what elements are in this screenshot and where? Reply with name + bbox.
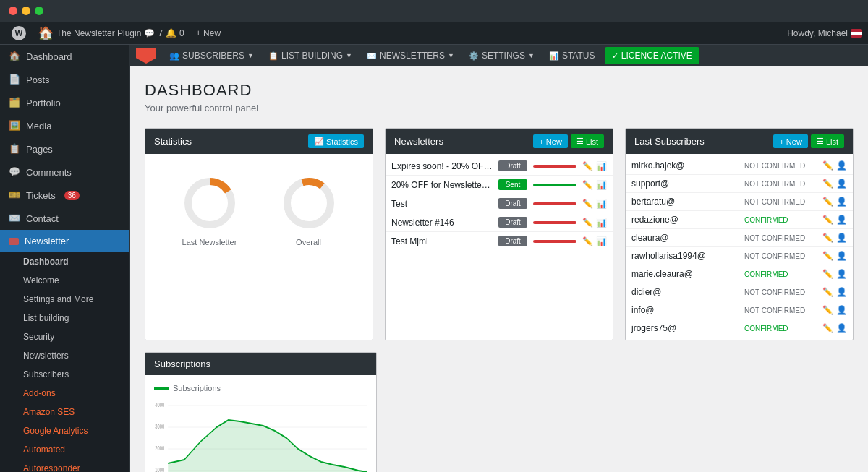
sub-edit-icon-6[interactable]: ✏️ <box>822 269 833 279</box>
sub-row-0: mirko.hajek@ NOT CONFIRMED ✏️ 👤 <box>626 157 853 175</box>
nl-edit-icon-3[interactable]: ✏️ <box>582 218 593 228</box>
sidebar-item-media[interactable]: 🖼️ Media <box>0 114 129 137</box>
sidebar-item-label: Pages <box>26 144 53 155</box>
site-name-button[interactable]: 🏠 The Newsletter Plugin 💬 7 🔔 0 <box>32 22 190 45</box>
sub-edit-icon-1[interactable]: ✏️ <box>822 179 833 189</box>
donut-overall <box>280 174 338 232</box>
licence-active-button[interactable]: ✓ LICENCE ACTIVE <box>605 47 699 64</box>
nl-stats-icon-0[interactable]: 📊 <box>596 161 607 171</box>
close-button[interactable] <box>9 7 17 15</box>
nl-stats-icon-4[interactable]: 📊 <box>596 236 607 246</box>
nl-edit-icon-2[interactable]: ✏️ <box>582 199 593 209</box>
nl-row-1: 20% OFF for Newsletter Cyber Weekend! Se… <box>386 176 613 194</box>
sub-edit-icon-0[interactable]: ✏️ <box>822 160 833 171</box>
sub-email-1: support@ <box>631 179 739 189</box>
sidebar-item-tickets[interactable]: 🎫 Tickets 36 <box>0 184 129 207</box>
sidebar-item-posts[interactable]: 📄 Posts <box>0 68 129 91</box>
statistics-header-buttons: 📈 Statistics <box>308 134 364 148</box>
minimize-button[interactable] <box>22 7 30 15</box>
sub-edit-icon-9[interactable]: ✏️ <box>822 323 833 333</box>
svg-text:2000: 2000 <box>155 445 164 452</box>
submenu-item-add-ons[interactable]: Add-ons <box>0 384 129 403</box>
subscribers-list-btn[interactable]: ☰ List <box>811 134 844 148</box>
howdy-label: Howdy, Michael <box>787 28 848 38</box>
nav-newsletters[interactable]: ✉️ NEWSLETTERS ▼ <box>359 45 461 66</box>
nl-edit-icon-0[interactable]: ✏️ <box>582 161 593 171</box>
nl-stats-icon-2[interactable]: 📊 <box>596 199 607 209</box>
submenu-item-settings-more[interactable]: Settings and More <box>0 290 129 309</box>
nl-row-4: Test Mjml Draft ✏️ 📊 <box>386 232 613 250</box>
statistics-btn[interactable]: 📈 Statistics <box>308 134 364 148</box>
submenu-item-welcome[interactable]: Welcome <box>0 271 129 290</box>
submenu-item-subscribers[interactable]: Subscribers <box>0 365 129 384</box>
sidebar-item-comments[interactable]: 💬 Comments <box>0 160 129 184</box>
nav-settings[interactable]: ⚙️ SETTINGS ▼ <box>461 45 542 66</box>
sub-status-9: CONFIRMED <box>744 325 817 332</box>
settings-label: SETTINGS <box>482 51 525 61</box>
submenu-item-security[interactable]: Security <box>0 327 129 346</box>
sub-edit-icon-8[interactable]: ✏️ <box>822 305 833 315</box>
nl-edit-icon-1[interactable]: ✏️ <box>582 180 593 190</box>
sub-profile-icon-7[interactable]: 👤 <box>836 287 847 297</box>
sub-actions-4: ✏️ 👤 <box>822 233 847 243</box>
new-button[interactable]: + New <box>190 22 226 45</box>
subscribers-label: SUBSCRIBERS <box>182 51 244 61</box>
sub-actions-5: ✏️ 👤 <box>822 251 847 261</box>
submenu-item-dashboard[interactable]: Dashboard <box>0 252 129 271</box>
sidebar-item-newsletter[interactable]: Newsletter <box>0 230 129 252</box>
statistics-card: Statistics 📈 Statistics <box>145 128 373 340</box>
sub-profile-icon-0[interactable]: 👤 <box>836 160 847 171</box>
submenu-item-newsletters[interactable]: Newsletters <box>0 346 129 365</box>
submenu-item-automated[interactable]: Automated <box>0 440 129 459</box>
legend-label: Subscriptions <box>173 384 221 392</box>
sub-edit-icon-4[interactable]: ✏️ <box>822 233 833 243</box>
sub-actions-3: ✏️ 👤 <box>822 215 847 225</box>
sub-edit-icon-2[interactable]: ✏️ <box>822 197 833 207</box>
sidebar-item-pages[interactable]: 📋 Pages <box>0 137 129 160</box>
plus-icon: + <box>539 137 543 146</box>
nav-subscribers[interactable]: 👥 SUBSCRIBERS ▼ <box>162 45 261 66</box>
sub-profile-icon-5[interactable]: 👤 <box>836 251 847 261</box>
submenu-item-amazon-ses[interactable]: Amazon SES <box>0 403 129 421</box>
sub-email-6: marie.cleaura@ <box>631 269 739 279</box>
subscribers-card: Last Subscribers + New ☰ List <box>625 128 854 340</box>
subscribers-new-label: New <box>786 137 802 146</box>
sidebar-item-portfolio[interactable]: 🗂️ Portfolio <box>0 91 129 114</box>
list-building-icon: 📋 <box>268 51 278 61</box>
nl-stats-icon-1[interactable]: 📊 <box>596 180 607 190</box>
sub-profile-icon-3[interactable]: 👤 <box>836 215 847 225</box>
sub-email-9: jrogers75@ <box>631 323 739 333</box>
newsletters-new-btn[interactable]: + New <box>533 134 567 148</box>
nav-list-building[interactable]: 📋 LIST BUILDING ▼ <box>261 45 359 66</box>
submenu-item-autoresponder[interactable]: Autoresponder <box>0 459 129 472</box>
wp-logo-button[interactable]: W <box>6 22 32 45</box>
sub-profile-icon-4[interactable]: 👤 <box>836 233 847 243</box>
last-newsletter-donut: Last Newsletter <box>181 174 239 246</box>
portfolio-icon: 🗂️ <box>9 97 20 108</box>
subscribers-new-btn[interactable]: + New <box>773 134 807 148</box>
overall-label: Overall <box>296 238 321 246</box>
sidebar-item-dashboard[interactable]: 🏠 Dashboard <box>0 45 129 68</box>
sub-profile-icon-6[interactable]: 👤 <box>836 269 847 279</box>
sub-profile-icon-2[interactable]: 👤 <box>836 197 847 207</box>
newsletters-list-btn[interactable]: ☰ List <box>571 134 604 148</box>
sub-edit-icon-7[interactable]: ✏️ <box>822 287 833 297</box>
nl-stats-icon-3[interactable]: 📊 <box>596 218 607 228</box>
submenu-item-list-building[interactable]: List building <box>0 309 129 327</box>
nl-bar-3 <box>533 221 576 224</box>
pages-icon: 📋 <box>9 143 20 155</box>
sub-row-6: marie.cleaura@ CONFIRMED ✏️ 👤 <box>626 265 853 283</box>
sub-profile-icon-9[interactable]: 👤 <box>836 323 847 333</box>
sub-profile-icon-1[interactable]: 👤 <box>836 179 847 189</box>
sub-edit-icon-5[interactable]: ✏️ <box>822 251 833 261</box>
nav-status[interactable]: 📊 STATUS <box>542 45 603 66</box>
dash-content: DASHBOARD Your powerful control panel St… <box>130 66 868 472</box>
sidebar-item-contact[interactable]: ✉️ Contact <box>0 207 129 230</box>
dashboard-icon: 🏠 <box>9 51 20 62</box>
statistics-card-body: Last Newsletter Overall <box>145 154 373 267</box>
sub-edit-icon-3[interactable]: ✏️ <box>822 215 833 225</box>
maximize-button[interactable] <box>35 7 43 15</box>
sub-profile-icon-8[interactable]: 👤 <box>836 305 847 315</box>
nl-edit-icon-4[interactable]: ✏️ <box>582 236 593 246</box>
submenu-item-google-analytics[interactable]: Google Analytics <box>0 421 129 440</box>
